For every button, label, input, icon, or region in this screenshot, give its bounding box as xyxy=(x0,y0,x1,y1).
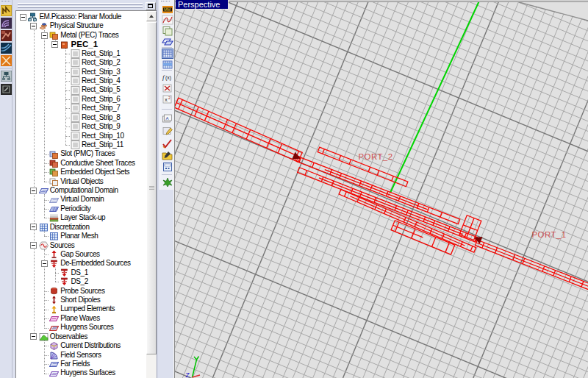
svg-text:x: x xyxy=(165,96,168,103)
svg-text:Z: Z xyxy=(186,371,190,378)
svg-text:2: 2 xyxy=(168,96,171,100)
svg-text:PORT_1: PORT_1 xyxy=(532,230,567,239)
svg-text:(x): (x) xyxy=(165,75,171,81)
svg-text:A: A xyxy=(166,116,169,121)
svg-text:MM: MM xyxy=(164,7,171,12)
svg-text:PORT_2: PORT_2 xyxy=(359,152,393,161)
